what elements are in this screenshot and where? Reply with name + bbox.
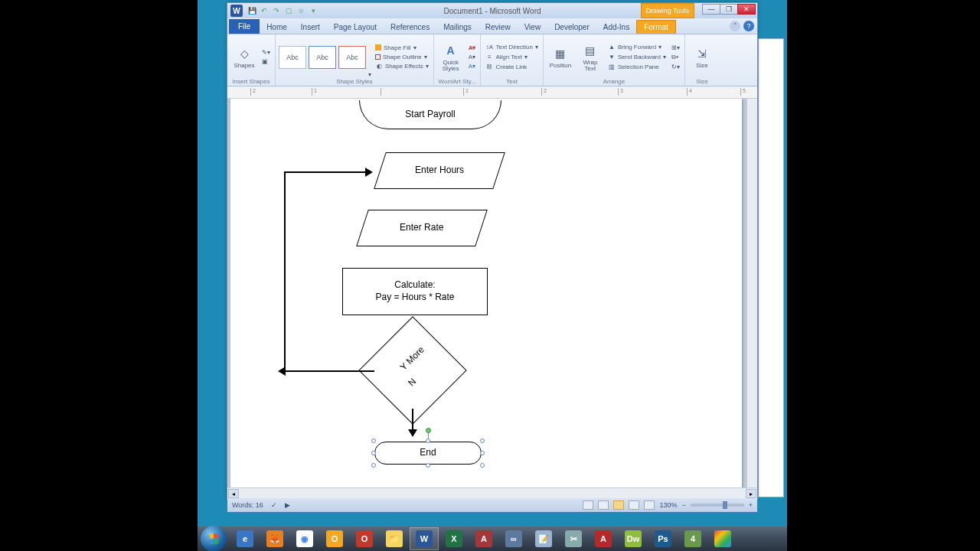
tab-references[interactable]: References <box>384 21 436 34</box>
resize-handle[interactable] <box>371 451 376 455</box>
word-count[interactable]: Words: 16 <box>232 501 263 509</box>
tab-view[interactable]: View <box>518 21 548 34</box>
resize-handle[interactable] <box>371 439 376 443</box>
close-button[interactable]: ✕ <box>737 4 756 15</box>
tab-mailings[interactable]: Mailings <box>436 21 479 34</box>
text-box-icon[interactable]: ▣ <box>260 57 272 66</box>
taskbar-excel[interactable]: X <box>439 527 469 550</box>
scroll-left-icon[interactable]: ◂ <box>228 489 239 498</box>
flowchart-input-rate[interactable]: Enter Rate <box>356 210 488 246</box>
taskbar-app3[interactable] <box>708 527 737 550</box>
create-link-button[interactable]: ⛓Create Link <box>484 63 539 72</box>
flowchart-process-calculate[interactable]: Calculate:Pay = Hours * Rate <box>342 268 488 315</box>
emoji-icon[interactable]: ☺ <box>296 6 305 15</box>
selection-handles[interactable] <box>374 442 482 465</box>
view-web-layout[interactable] <box>613 500 624 510</box>
zoom-slider[interactable] <box>691 504 744 507</box>
tab-format[interactable]: Format <box>636 20 676 34</box>
flowchart-input-hours[interactable]: Enter Hours <box>374 152 505 189</box>
shapes-button[interactable]: ◇ Shapes <box>230 38 258 77</box>
tab-addins[interactable]: Add-Ins <box>596 21 636 34</box>
selection-pane-button[interactable]: ▥Selection Pane <box>606 63 668 72</box>
resize-handle[interactable] <box>371 463 376 468</box>
view-print-layout[interactable] <box>583 500 593 510</box>
taskbar-chrome[interactable]: ◉ <box>290 527 319 550</box>
position-button[interactable]: ▦ Position <box>547 38 574 77</box>
taskbar-dreamweaver[interactable]: Dw <box>619 527 648 550</box>
minimize-ribbon-icon[interactable]: ˄ <box>730 21 740 31</box>
align-text-button[interactable]: ≡Align Text ▾ <box>484 53 539 62</box>
start-button[interactable] <box>201 526 227 551</box>
text-effects-icon[interactable]: A▾ <box>467 62 478 70</box>
rotate-icon[interactable]: ↻▾ <box>670 63 681 71</box>
shape-fill-button[interactable]: Shape Fill ▾ <box>374 44 430 52</box>
text-fill-icon[interactable]: A▾ <box>467 44 478 52</box>
minimize-button[interactable]: — <box>702 4 720 15</box>
style-gallery-more-icon[interactable]: ▾ <box>368 71 371 78</box>
taskbar-ie[interactable]: e <box>230 527 260 550</box>
taskbar-explorer[interactable]: 📁 <box>380 527 409 550</box>
scroll-right-icon[interactable]: ▸ <box>746 489 756 498</box>
tab-review[interactable]: Review <box>479 21 518 34</box>
edit-shape-icon[interactable]: ✎▾ <box>260 48 272 57</box>
proofing-icon[interactable]: ✓ <box>271 501 277 509</box>
maximize-button[interactable]: ❐ <box>720 4 738 15</box>
size-button[interactable]: ⇲ Size <box>688 38 716 77</box>
taskbar-photoshop[interactable]: Ps <box>648 527 678 550</box>
taskbar-opera[interactable]: O <box>350 527 379 550</box>
send-backward-button[interactable]: ▼Send Backward ▾ <box>606 53 668 62</box>
save-icon[interactable]: 💾 <box>247 6 256 15</box>
quick-access-toolbar[interactable]: 💾 ↶ ↷ ▢ ☺ ▾ <box>247 6 318 15</box>
align-icon[interactable]: ⊞▾ <box>670 44 681 52</box>
view-outline[interactable] <box>629 500 639 510</box>
view-full-screen[interactable] <box>598 500 609 510</box>
resize-handle[interactable] <box>480 439 485 443</box>
tab-insert[interactable]: Insert <box>294 21 327 34</box>
taskbar-snip[interactable]: ✂ <box>559 527 588 550</box>
quick-styles-button[interactable]: A Quick Styles <box>437 38 465 77</box>
wrap-text-button[interactable]: ▤ Wrap Text <box>577 38 604 77</box>
rotation-handle[interactable] <box>426 428 431 433</box>
tab-home[interactable]: Home <box>260 21 294 34</box>
tab-page-layout[interactable]: Page Layout <box>327 21 384 34</box>
zoom-out-icon[interactable]: − <box>681 501 685 509</box>
undo-icon[interactable]: ↶ <box>260 6 269 15</box>
macro-icon[interactable]: ▶ <box>285 501 290 509</box>
horizontal-ruler[interactable]: 2 1 1 2 3 4 5 <box>227 86 757 99</box>
taskbar-app1[interactable]: ∞ <box>499 527 528 550</box>
zoom-level[interactable]: 130% <box>659 501 677 509</box>
zoom-in-icon[interactable]: + <box>749 501 753 509</box>
resize-handle[interactable] <box>426 463 430 468</box>
tab-developer[interactable]: Developer <box>547 21 596 34</box>
page[interactable]: Start Payroll Enter Hours Enter Rate Cal… <box>230 99 742 487</box>
new-icon[interactable]: ▢ <box>284 6 293 15</box>
style-preset-3[interactable]: Abc <box>338 46 366 69</box>
taskbar-access[interactable]: A <box>469 527 498 550</box>
taskbar-acrobat[interactable]: A <box>589 527 618 550</box>
taskbar-notepad[interactable]: 📝 <box>529 527 558 550</box>
resize-handle[interactable] <box>426 439 430 443</box>
bring-forward-button[interactable]: ▲Bring Forward ▾ <box>606 43 668 52</box>
style-preset-1[interactable]: Abc <box>279 46 306 69</box>
resize-handle[interactable] <box>480 463 485 468</box>
zoom-thumb[interactable] <box>723 501 727 509</box>
resize-handle[interactable] <box>480 451 485 455</box>
style-preset-2[interactable]: Abc <box>309 46 336 69</box>
redo-icon[interactable]: ↷ <box>272 6 281 15</box>
group-icon[interactable]: ⧉▾ <box>670 53 681 62</box>
shape-effects-button[interactable]: ◐Shape Effects ▾ <box>374 62 430 71</box>
taskbar-firefox[interactable]: 🦊 <box>260 527 289 550</box>
taskbar-app2[interactable]: 4 <box>678 527 707 550</box>
horizontal-scrollbar[interactable]: ◂ ▸ <box>227 487 757 498</box>
taskbar-outlook[interactable]: O <box>320 527 349 550</box>
document-area[interactable]: Start Payroll Enter Hours Enter Rate Cal… <box>227 99 757 487</box>
help-icon[interactable]: ? <box>743 21 754 31</box>
vertical-scrollbar[interactable] <box>746 99 757 487</box>
taskbar-word[interactable]: W <box>410 527 439 550</box>
shape-outline-button[interactable]: Shape Outline ▾ <box>374 53 430 61</box>
tab-file[interactable]: File <box>229 19 260 34</box>
view-draft[interactable] <box>644 500 655 510</box>
qat-dropdown-icon[interactable]: ▾ <box>309 6 318 15</box>
text-direction-button[interactable]: ↕AText Direction ▾ <box>484 43 539 52</box>
text-outline-icon[interactable]: A▾ <box>467 53 478 61</box>
